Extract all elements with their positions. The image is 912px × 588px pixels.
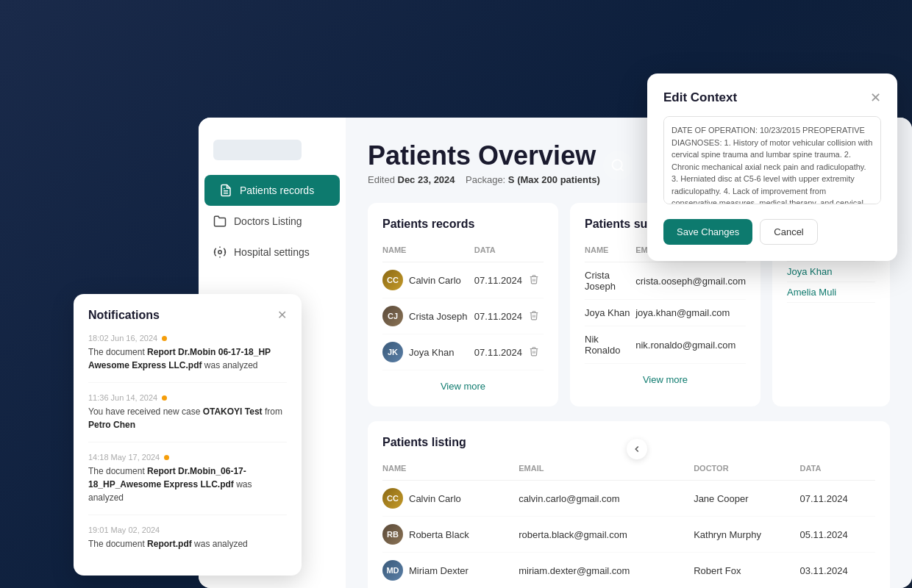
delete-button[interactable] bbox=[526, 343, 542, 362]
subtitle-date: Dec 23, 2024 bbox=[398, 174, 455, 185]
date-cell: 07.11.2024 bbox=[800, 481, 875, 517]
email-cell: joya.khan@gmail.com bbox=[635, 300, 746, 326]
col-name: NAME bbox=[382, 241, 474, 262]
notification-dot bbox=[162, 395, 167, 401]
save-changes-button[interactable]: Save Changes bbox=[663, 219, 752, 245]
table-row: Nik Ronaldo nik.ronaldo@gmail.com bbox=[585, 326, 746, 364]
svg-line-4 bbox=[621, 168, 624, 171]
email-cell: nik.ronaldo@gmail.com bbox=[635, 326, 746, 364]
sidebar-logo bbox=[199, 132, 346, 175]
patient-name: Calvin Carlo bbox=[409, 275, 461, 286]
notification-item: 19:01 May 02, 2024 The document Report.p… bbox=[88, 526, 287, 561]
notification-time: 14:18 May 17, 2024 bbox=[88, 453, 287, 462]
patient-name: Joya Khan bbox=[585, 300, 635, 326]
table-row: MD Miriam Dexter miriam.dexter@gmail.com… bbox=[382, 553, 875, 588]
trash-icon bbox=[529, 310, 539, 320]
email-cell: roberta.black@gmail.com bbox=[519, 517, 694, 553]
notification-time: 19:01 May 02, 2024 bbox=[88, 526, 287, 534]
view-more-subscriptions[interactable]: View more bbox=[585, 374, 746, 385]
patient-name: Joya Khan bbox=[409, 347, 454, 358]
date-cell: 05.11.2024 bbox=[800, 517, 875, 553]
name-cell: CC Calvin Carlo bbox=[382, 488, 519, 509]
avatar: JK bbox=[382, 342, 403, 362]
patients-records-card-title: Patients records bbox=[382, 218, 544, 231]
sidebar-item-hospital-settings[interactable]: Hospital settings bbox=[199, 237, 346, 268]
doctor-cell[interactable]: Robert Fox bbox=[694, 553, 799, 588]
folder-icon bbox=[213, 215, 227, 228]
subtitle-package-label: Package: bbox=[466, 174, 505, 185]
notifications-title: Notifications bbox=[88, 309, 160, 322]
patient-name: Nik Ronaldo bbox=[585, 326, 635, 364]
sidebar-item-label: Hospital settings bbox=[234, 246, 310, 258]
date-cell: 03.11.2024 bbox=[800, 553, 875, 588]
col-action bbox=[526, 241, 544, 262]
doctor-cell[interactable]: Jane Cooper bbox=[694, 481, 799, 517]
name-cell: JK Joya Khan bbox=[382, 342, 474, 362]
patient-name: Crista Joseph bbox=[585, 262, 635, 300]
date-cell: 07.11.2024 bbox=[474, 262, 526, 298]
name-cell: MD Miriam Dexter bbox=[382, 560, 519, 581]
notification-text: The document Report.pdf was analyzed bbox=[88, 537, 287, 551]
patient-name: Miriam Dexter bbox=[409, 565, 469, 576]
subtitle-edited: Edited bbox=[368, 174, 395, 185]
list-item[interactable]: Amelia Muli bbox=[787, 282, 875, 303]
svg-point-2 bbox=[218, 251, 222, 254]
view-more-patients-records[interactable]: View more bbox=[382, 381, 544, 392]
search-icon bbox=[610, 158, 625, 173]
modal-header: Edit Context ✕ bbox=[663, 90, 881, 106]
patients-listing-table: NAME EMAIL DOCTOR DATA CC Calvin Carlo c… bbox=[382, 459, 875, 588]
name-cell: CC Calvin Carlo bbox=[382, 270, 474, 290]
notification-text: The document Report Dr.Mobin_06-17-18_HP… bbox=[88, 465, 287, 504]
sidebar-item-patients-records[interactable]: Patients records bbox=[204, 175, 340, 206]
patients-records-card: Patients records NAME DATA CC Calvin Car… bbox=[368, 203, 558, 406]
col-email: EMAIL bbox=[519, 459, 694, 481]
table-row: CC Calvin Carlo 07.11.2024 bbox=[382, 262, 544, 298]
table-row: CC Calvin Carlo calvin.carlo@gmail.com J… bbox=[382, 481, 875, 517]
svg-point-3 bbox=[613, 160, 622, 170]
col-data: DATA bbox=[800, 459, 875, 481]
delete-button[interactable] bbox=[526, 271, 542, 290]
sidebar-item-label: Doctors Listing bbox=[234, 215, 302, 227]
avatar: CC bbox=[382, 488, 403, 509]
modal-title: Edit Context bbox=[663, 90, 737, 105]
notification-item: 14:18 May 17, 2024 The document Report D… bbox=[88, 453, 287, 515]
table-row: JK Joya Khan 07.11.2024 bbox=[382, 334, 544, 370]
email-cell: crista.ooseph@gmail.com bbox=[635, 262, 746, 300]
table-row: CJ Crista Joseph 07.11.2024 bbox=[382, 298, 544, 334]
settings-icon bbox=[213, 245, 227, 259]
search-button[interactable] bbox=[603, 151, 633, 180]
scroll-right-button[interactable] bbox=[627, 439, 647, 459]
patient-name: Calvin Carlo bbox=[409, 493, 461, 504]
edit-context-modal: Edit Context ✕ Save Changes Cancel bbox=[647, 74, 897, 261]
list-item[interactable]: Joya Khan bbox=[787, 262, 875, 282]
notification-item: 18:02 Jun 16, 2024 The document Report D… bbox=[88, 334, 287, 383]
sidebar-item-doctors-listing[interactable]: Doctors Listing bbox=[199, 206, 346, 237]
date-cell: 07.11.2024 bbox=[474, 298, 526, 334]
patient-name: Crista Joseph bbox=[409, 311, 467, 322]
notification-time: 11:36 Jun 14, 2024 bbox=[88, 393, 287, 402]
email-cell: miriam.dexter@gmail.com bbox=[519, 553, 694, 588]
avatar: CC bbox=[382, 270, 403, 290]
avatar: RB bbox=[382, 524, 403, 545]
delete-button[interactable] bbox=[526, 307, 542, 326]
modal-close-button[interactable]: ✕ bbox=[870, 90, 881, 106]
notification-text: The document Report Dr.Mobin 06-17-18_HP… bbox=[88, 345, 287, 372]
patient-name: Roberta Black bbox=[409, 529, 469, 540]
col-doctor: DOCTOR bbox=[694, 459, 799, 481]
notification-item: 11:36 Jun 14, 2024 You have received new… bbox=[88, 393, 287, 442]
notification-dot bbox=[162, 336, 167, 341]
avatar: CJ bbox=[382, 306, 403, 326]
email-cell: calvin.carlo@gmail.com bbox=[519, 481, 694, 517]
notification-text: You have received new case OTAKOYI Test … bbox=[88, 405, 287, 431]
notifications-close-button[interactable]: ✕ bbox=[277, 309, 287, 321]
col-name: NAME bbox=[382, 459, 519, 481]
trash-icon bbox=[529, 274, 539, 284]
document-icon bbox=[219, 184, 232, 197]
date-cell: 07.11.2024 bbox=[474, 334, 526, 370]
doctor-cell[interactable]: Kathryn Murphy bbox=[694, 517, 799, 553]
cancel-button[interactable]: Cancel bbox=[760, 219, 817, 245]
notifications-header: Notifications ✕ bbox=[88, 309, 287, 322]
name-cell: RB Roberta Black bbox=[382, 524, 519, 545]
modal-textarea[interactable] bbox=[663, 116, 881, 204]
table-row: Joya Khan joya.khan@gmail.com bbox=[585, 300, 746, 326]
